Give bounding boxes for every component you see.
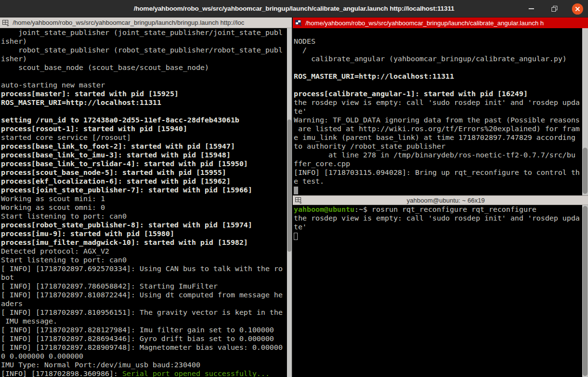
terminal-line: auto-starting new master [1,81,286,89]
left-pane-title: /home/yahboom/robo_ws/src/yahboomcar_bri… [13,19,244,26]
terminal-line: at line 278 in /tmp/binarydeb/ros-noetic… [294,151,582,159]
restore-button[interactable] [549,3,560,15]
terminal-line: ffer_core.cpp [294,159,582,168]
terminal-line: Detected protocol: AGX_V2 [1,247,286,256]
window-controls [525,0,583,17]
left-terminal-output: joint_state_publisher (joint_state_publi… [1,28,286,377]
terminal-line: robot_state_publisher (robot_state_publi… [1,46,286,54]
terminal-line: process[robot_state_publisher-8]: starte… [1,221,286,229]
terminal-line: joint_state_publisher (joint_state_publi… [1,28,286,37]
terminal-line [294,63,582,72]
bottom-right-pane-titlebar[interactable]: yahboom@ubuntu: ~ 66x19 [293,195,588,205]
terminal-line: e test. [294,177,582,186]
terminal-line: process[imu-9]: started with pid [15980] [1,229,286,238]
window-titlebar[interactable]: /home/yahboom/robo_ws/src/yahboomcar_bri… [0,0,588,17]
terminal-line: [ INFO] [1718702897.692570334]: Using CA… [1,264,286,273]
terminal-line: Working as scout omni: 0 [1,203,286,212]
grid-layout-icon[interactable] [2,19,10,26]
top-right-pane-title: /home/yahboom/robo_ws/src/yahboomcar_bri… [305,19,544,27]
right-column: /home/yahboom/robo_ws/src/yahboomcar_bri… [292,17,588,377]
terminal-line: process[scout_base_node-5]: started with… [1,168,286,177]
terminal-line: Start listening to port: can0 [1,256,286,264]
terminal-line: IMU Type: Normal Port:/dev/imu_usb baud:… [1,360,286,369]
terminal-line: e imu_link (parent base_link) at time 17… [294,133,582,142]
bottom-right-terminal-output: yahboom@ubuntu:~$ rosrun rqt_reconfigure… [294,205,582,240]
terminal-line: aders [1,299,286,308]
left-terminal[interactable]: joint_state_publisher (joint_state_publi… [0,28,292,377]
terminal-line: calibrate_angular (yahboomcar_bringup/ca… [294,54,582,63]
top-right-pane-titlebar[interactable]: /home/yahboom/robo_ws/src/yahboomcar_bri… [293,17,588,28]
restore-icon [552,6,558,12]
terminal-line: process[base_link_to_imu-3]: started wit… [1,151,286,159]
terminal-line: ROS_MASTER_URI=http://localhost:11311 [294,72,582,81]
terminal-line: Working as scout mini: 1 [1,194,286,203]
left-pane-titlebar[interactable]: /home/yahboom/robo_ws/src/yahboomcar_bri… [0,17,292,28]
pane-split: /home/yahboom/robo_ws/src/yahboomcar_bri… [0,17,588,377]
terminal-line: isher) [1,37,286,46]
terminal-line: process[rosout-1]: started with pid [159… [1,124,286,133]
terminal-line: scout_base_node (scout_base/scout_base_n… [1,63,286,72]
terminal-line: process[ekf_localization-6]: started wit… [1,177,286,186]
scrollbar-thumb[interactable] [287,120,291,252]
terminal-line: the rosdep view is empty: call 'sudo ros… [294,214,582,223]
terminator-window: /home/yahboom/robo_ws/src/yahboomcar_bri… [0,0,588,377]
terminal-line [294,28,582,37]
terminal-line: NODES [294,37,582,46]
terminal-line: [ INFO] [1718702897.810872244]: Using dt… [1,291,286,299]
close-button[interactable] [572,3,583,15]
terminal-line [1,107,286,116]
bottom-right-terminal-scrollbar[interactable] [582,205,588,377]
terminal-line: process[base_link_to_rslidar-4]: started… [1,159,286,168]
terminal-line: isher) [1,54,286,63]
terminal-line [1,72,286,81]
terminal-line: process[joint_state_publisher-7]: starte… [1,186,286,194]
terminal-line: Start listening to port: can0 [1,212,286,221]
terminal-line: yahboom@ubuntu:~$ rosrun rqt_reconfigure… [294,205,582,214]
terminal-line: [ INFO] [1718702897.828127984]: Imu filt… [1,326,286,334]
terminal-line: the rosdep view is empty: call 'sudo ros… [294,98,582,107]
terminal-line: process[base_link_to_foot-2]: started wi… [1,142,286,151]
bottom-right-pane-title: yahboom@ubuntu: ~ 66x19 [305,197,586,204]
close-icon [575,6,580,12]
terminal-line: started core service [/rosout] [1,133,286,142]
terminal-line: IMU message. [1,317,286,326]
terminal-line: 0 0.000000 0.000000 [1,352,286,360]
window-title: /home/yahboom/robo_ws/src/yahboomcar_bri… [0,5,588,12]
text-cursor [294,187,298,194]
terminal-line: are listed at http://wiki.ros.org/tf/Err… [294,124,582,133]
left-pane: /home/yahboom/robo_ws/src/yahboomcar_bri… [0,17,292,377]
terminal-line: te' [294,223,582,231]
terminal-line: [ INFO] [1718702897.786058842]: Starting… [1,282,286,291]
bottom-right-terminal[interactable]: yahboom@ubuntu:~$ rosrun rqt_reconfigure… [293,205,588,377]
top-right-terminal[interactable]: NODES / calibrate_angular (yahboomcar_br… [293,28,588,195]
terminal-line: bot [1,273,286,282]
scrollbar-thumb[interactable] [583,148,588,194]
terminal-line: process[master]: started with pid [15925… [1,89,286,98]
terminal-line [294,81,582,89]
terminal-line: [ INFO] [1718702897.828694346]: Gyro dri… [1,334,286,343]
terminal-line: process[calibrate_angular-1]: started wi… [294,89,582,98]
minimize-icon [529,8,534,9]
terminal-line [294,186,582,194]
scrollbar-thumb[interactable] [583,206,588,376]
top-right-terminal-scrollbar[interactable] [582,28,588,195]
top-right-terminal-output: NODES / calibrate_angular (yahboomcar_br… [294,28,582,194]
terminal-line: [INFO] [1718702898.360986]: Serial port … [1,369,286,377]
terminal-line: process[imu_filter_madgwick-10]: started… [1,238,286,247]
terminal-line: setting /run_id to 172438a0-2d55-11ef-8a… [1,116,286,124]
terminal-line: Warning: TF_OLD_DATA ignoring data from … [294,116,582,124]
grid-layout-icon[interactable] [295,19,303,26]
left-terminal-scrollbar[interactable] [287,28,292,377]
grid-layout-icon[interactable] [295,197,303,204]
terminal-line: ROS_MASTER_URI=http://localhost:11311 [1,98,286,107]
terminal-line: te' [294,107,582,116]
text-cursor [294,233,298,240]
minimize-button[interactable] [525,3,537,15]
terminal-line: to authority /robot_state_publisher [294,142,582,151]
terminal-line [294,231,582,240]
terminal-line: [ INFO] [1718702897.828909748]: Magnetom… [1,343,286,352]
terminal-line: [ INFO] [1718702897.810956151]: The grav… [1,308,286,317]
terminal-line: / [294,46,582,54]
terminal-line: [INFO] [1718703115.094028]: Bring up rqt… [294,168,582,177]
